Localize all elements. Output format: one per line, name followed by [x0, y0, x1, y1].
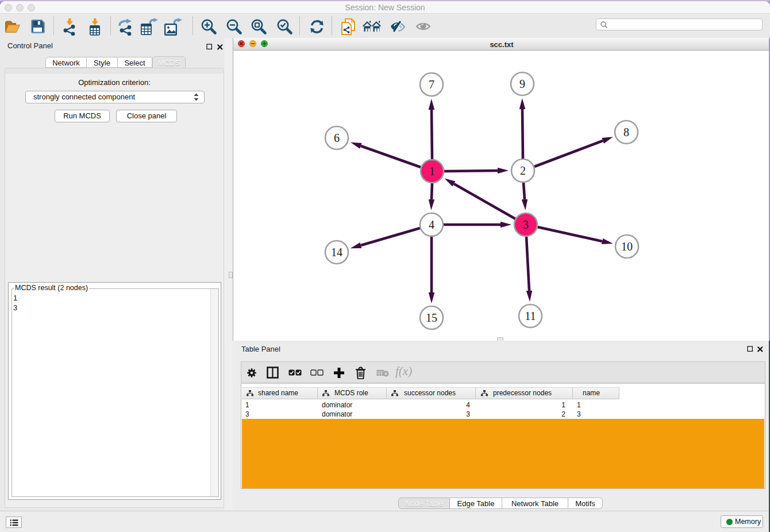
svg-text:14: 14 — [331, 246, 342, 259]
svg-text:7: 7 — [429, 78, 434, 91]
svg-text:3: 3 — [523, 218, 529, 231]
svg-text:15: 15 — [426, 311, 437, 324]
svg-text:2: 2 — [520, 164, 526, 177]
svg-text:4: 4 — [429, 218, 434, 231]
svg-text:9: 9 — [519, 78, 525, 90]
svg-text:8: 8 — [623, 126, 629, 138]
svg-text:1: 1 — [429, 165, 435, 178]
svg-text:11: 11 — [525, 310, 536, 322]
svg-text:10: 10 — [621, 240, 633, 253]
svg-text:6: 6 — [334, 132, 340, 144]
